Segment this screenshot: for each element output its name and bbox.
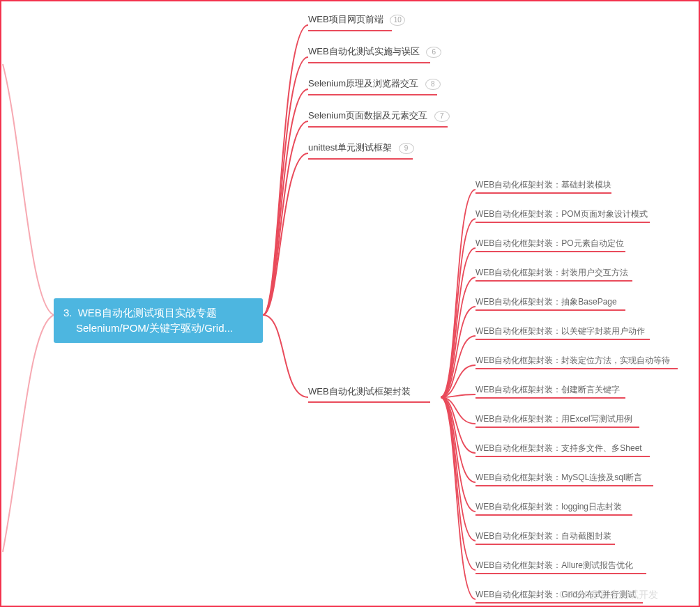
node-underline <box>475 397 625 399</box>
node-underline <box>475 456 650 457</box>
root-number: 3. <box>63 305 73 321</box>
count-badge: 10 <box>390 15 405 26</box>
level2-node-4[interactable]: WEB自动化框架封装：抽象BasePage <box>475 297 685 307</box>
level2-label: WEB自动化框架封装：MySQL连接及sql断言 <box>475 472 642 482</box>
level2-node-0[interactable]: WEB自动化框架封装：基础封装模块 <box>475 180 685 190</box>
level2-label: WEB自动化框架封装：支持多文件、多Sheet <box>475 443 642 453</box>
level1-node-4[interactable]: unittest单元测试框架 9 <box>308 142 448 154</box>
level1-node-0[interactable]: WEB项目网页前端 10 <box>308 14 448 26</box>
level2-label: WEB自动化框架封装：Grid分布式并行测试 <box>475 590 636 599</box>
level1-label: WEB项目网页前端 <box>308 14 383 24</box>
level2-label: WEB自动化框架封装：创建断言关键字 <box>475 385 620 394</box>
mindmap-canvas: 3. WEB自动化测试项目实战专题 Selenium/POM/关键字驱动/Gri… <box>0 0 700 607</box>
node-underline <box>475 427 639 428</box>
level2-label: WEB自动化框架封装：Allure测试报告优化 <box>475 560 633 570</box>
level2-label: WEB自动化框架封装：以关键字封装用户动作 <box>475 326 645 336</box>
node-underline <box>475 309 625 311</box>
level1-node-2[interactable]: Selenium原理及浏览器交互 8 <box>308 78 482 90</box>
node-underline <box>475 222 650 223</box>
node-underline <box>308 62 430 63</box>
node-underline <box>475 368 678 369</box>
level1-label: WEB自动化测试框架封装 <box>308 386 411 397</box>
level2-node-2[interactable]: WEB自动化框架封装：PO元素自动定位 <box>475 238 685 248</box>
level1-node-3[interactable]: Selenium页面数据及元素交互 7 <box>308 110 489 122</box>
level2-label: WEB自动化框架封装：抽象BasePage <box>475 297 617 307</box>
level1-label: Selenium页面数据及元素交互 <box>308 110 427 121</box>
level2-label: WEB自动化框架封装：用Excel写测试用例 <box>475 414 632 424</box>
node-underline <box>475 573 646 574</box>
node-underline <box>475 544 615 545</box>
node-underline <box>308 94 437 95</box>
count-badge: 6 <box>426 47 441 58</box>
node-underline <box>308 126 448 128</box>
level2-node-1[interactable]: WEB自动化框架封装：POM页面对象设计模式 <box>475 209 685 219</box>
level2-node-10[interactable]: WEB自动化框架封装：MySQL连接及sql断言 <box>475 472 685 482</box>
count-badge: 9 <box>399 143 414 154</box>
node-underline <box>475 514 632 516</box>
node-underline <box>475 339 650 340</box>
level2-node-8[interactable]: WEB自动化框架封装：用Excel写测试用例 <box>475 414 685 424</box>
node-underline <box>475 192 611 194</box>
level2-node-14[interactable]: WEB自动化框架封装：Grid分布式并行测试 <box>475 590 685 599</box>
root-node[interactable]: 3. WEB自动化测试项目实战专题 Selenium/POM/关键字驱动/Gri… <box>54 298 263 343</box>
level2-node-6[interactable]: WEB自动化框架封装：封装定位方法，实现自动等待 <box>475 355 699 365</box>
level2-node-12[interactable]: WEB自动化框架封装：自动截图封装 <box>475 531 685 541</box>
root-line2: Selenium/POM/关键字驱动/Grid... <box>76 322 233 334</box>
level2-node-7[interactable]: WEB自动化框架封装：创建断言关键字 <box>475 385 685 394</box>
level2-label: WEB自动化框架封装：logging日志封装 <box>475 502 622 512</box>
level1-node-1[interactable]: WEB自动化测试实施与误区 6 <box>308 46 475 58</box>
level1-label: Selenium原理及浏览器交互 <box>308 78 418 89</box>
level1-label: unittest单元测试框架 <box>308 142 392 153</box>
level2-label: WEB自动化框架封装：基础封装模块 <box>475 180 611 190</box>
node-underline <box>308 158 413 160</box>
level1-node-5[interactable]: WEB自动化测试框架封装 <box>308 386 441 397</box>
level2-node-11[interactable]: WEB自动化框架封装：logging日志封装 <box>475 502 685 512</box>
node-underline <box>475 485 653 486</box>
level2-label: WEB自动化框架封装：POM页面对象设计模式 <box>475 209 648 219</box>
level2-label: WEB自动化框架封装：自动截图封装 <box>475 531 611 541</box>
count-badge: 7 <box>434 111 450 122</box>
level2-node-13[interactable]: WEB自动化框架封装：Allure测试报告优化 <box>475 560 685 570</box>
level2-node-5[interactable]: WEB自动化框架封装：以关键字封装用户动作 <box>475 326 685 336</box>
count-badge: 8 <box>425 79 441 90</box>
root-line1: WEB自动化测试项目实战专题 <box>78 307 217 318</box>
level2-node-3[interactable]: WEB自动化框架封装：封装用户交互方法 <box>475 268 685 277</box>
node-underline <box>475 602 643 604</box>
node-underline <box>475 280 632 282</box>
level2-label: WEB自动化框架封装：封装定位方法，实现自动等待 <box>475 355 670 365</box>
node-underline <box>308 401 430 403</box>
level2-node-9[interactable]: WEB自动化框架封装：支持多文件、多Sheet <box>475 443 685 453</box>
node-underline <box>475 251 625 252</box>
level2-label: WEB自动化框架封装：PO元素自动定位 <box>475 238 624 248</box>
node-underline <box>308 30 392 31</box>
level1-label: WEB自动化测试实施与误区 <box>308 46 420 56</box>
level2-label: WEB自动化框架封装：封装用户交互方法 <box>475 268 628 277</box>
